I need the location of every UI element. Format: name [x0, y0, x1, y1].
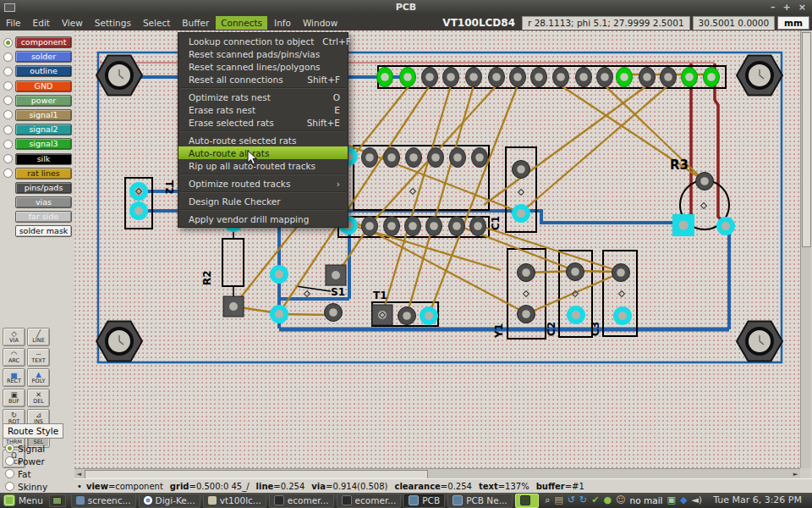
menu-item[interactable]: Reset all connections Shift+F: [178, 73, 348, 86]
rat-line[interactable]: [521, 86, 668, 213]
menu-item[interactable]: Erase selected rats Shift+E: [178, 116, 348, 129]
layer-toggle-button[interactable]: pins/pads: [15, 182, 72, 194]
layer-radio[interactable]: [3, 38, 13, 47]
minimize-button[interactable]: –: [771, 1, 776, 14]
layer-radio[interactable]: [3, 140, 13, 149]
menubar-item[interactable]: Edit: [28, 16, 55, 30]
menu-item[interactable]: Rip up all auto-routed tracks: [178, 159, 348, 172]
rat-line[interactable]: [605, 86, 704, 180]
layer-toggle-button[interactable]: signal3: [15, 138, 72, 150]
component-outline[interactable]: [222, 239, 244, 286]
scroll-right-arrow[interactable]: ►: [791, 471, 800, 478]
menubar-item[interactable]: View: [57, 16, 88, 30]
menu-item[interactable]: [178, 207, 348, 213]
menu-item[interactable]: [178, 86, 348, 91]
menu-item[interactable]: Reset scanned pads/pins/vias: [178, 47, 348, 60]
tool-button[interactable]: ✕ DEL: [27, 389, 50, 407]
menubar-item[interactable]: Window: [298, 16, 343, 30]
layer-radio[interactable]: [3, 52, 13, 62]
layer-toggle-button[interactable]: signal2: [15, 124, 72, 135]
layer-toggle-button[interactable]: solder: [15, 51, 72, 63]
layer-toggle-button[interactable]: rat lines: [15, 168, 72, 179]
taskbar-window-button[interactable]: PCB Ne...: [447, 494, 513, 508]
tool-button[interactable]: ╱ LINE: [27, 328, 50, 346]
menu-item[interactable]: Auto-route selected rats: [178, 134, 348, 146]
layer-radio[interactable]: [3, 67, 13, 76]
menu-item[interactable]: Design Rule Checker: [178, 195, 348, 207]
rat-line[interactable]: [484, 86, 647, 205]
layer-toggle-button[interactable]: component: [15, 36, 72, 48]
vertical-scrollbar-thumb[interactable]: [802, 32, 811, 247]
layer-radio[interactable]: [3, 96, 13, 105]
component-outline[interactable]: [508, 249, 546, 339]
taskbar-window-button[interactable]: PCB: [403, 494, 445, 508]
display-icon[interactable]: ▣: [667, 493, 676, 508]
layer-toggle-button[interactable]: silk: [15, 153, 72, 165]
tool-button[interactable]: ◇ VIA: [3, 328, 25, 346]
taskbar-window-button[interactable]: screenc...: [71, 494, 136, 508]
menu-item[interactable]: Reset scanned lines/polygons: [178, 60, 348, 73]
route-style-radio[interactable]: [5, 482, 14, 491]
tool-button[interactable]: ▲ POLY: [27, 368, 50, 387]
tool-button[interactable]: ┄ TEXT: [27, 348, 50, 367]
menubar-item[interactable]: Info: [269, 16, 296, 30]
status-orb-icon[interactable]: ●: [604, 493, 612, 508]
taskbar-window-button[interactable]: [515, 494, 539, 508]
sync-icon[interactable]: ↺: [568, 493, 575, 508]
route-style-radio[interactable]: [5, 444, 14, 453]
menu-item[interactable]: Optimize routed tracks ›: [178, 177, 348, 190]
mail-checker-icon[interactable]: ☺: [616, 493, 625, 508]
taskbar-window-button[interactable]: vt100lc...: [203, 494, 266, 508]
units-button[interactable]: mm: [777, 16, 809, 30]
route-style-option[interactable]: Fat: [5, 467, 74, 480]
magnifier-icon[interactable]: ⌕: [545, 493, 550, 508]
tool-button[interactable]: ▅ RECT: [3, 368, 25, 387]
close-button[interactable]: ×: [798, 1, 806, 14]
layer-toggle-button[interactable]: vias: [15, 196, 72, 208]
menu-item[interactable]: Apply vendor drill mapping: [178, 213, 348, 225]
layer-radio[interactable]: [3, 168, 13, 178]
menu-item[interactable]: Lookup connection to object Ctrl+F: [178, 35, 348, 47]
shield-check-icon[interactable]: ✔: [591, 493, 599, 508]
route-style-radio[interactable]: [5, 469, 14, 478]
layer-toggle-button[interactable]: power: [15, 95, 72, 107]
scroll-left-arrow[interactable]: ◄: [74, 471, 84, 478]
package-icon[interactable]: ▤: [554, 493, 562, 508]
menu-item[interactable]: [178, 129, 348, 134]
dropbox-icon[interactable]: ◆: [680, 493, 687, 508]
route-style-radio[interactable]: [5, 456, 14, 466]
vertical-scrollbar[interactable]: [800, 30, 811, 468]
show-desktop-button[interactable]: [49, 494, 66, 507]
volume-icon[interactable]: ◄): [691, 493, 702, 508]
menubar-item[interactable]: Select: [138, 16, 175, 30]
layer-radio[interactable]: [3, 125, 13, 135]
taskbar-window-button[interactable]: Digi-Ke...: [139, 494, 200, 508]
menubar-item[interactable]: File: [1, 16, 26, 30]
layer-toggle-button[interactable]: signal1: [15, 109, 72, 121]
layer-toggle-button[interactable]: far side: [15, 211, 72, 223]
tool-button[interactable]: ◠ ARC: [3, 348, 25, 367]
layer-toggle-button[interactable]: outline: [15, 65, 72, 77]
maximize-button[interactable]: +: [783, 1, 791, 14]
tool-button[interactable]: ▣ BUF: [3, 389, 25, 407]
rat-line[interactable]: [429, 86, 518, 315]
start-menu-button[interactable]: Menu: [0, 493, 49, 508]
route-style-button[interactable]: Route Style: [3, 423, 63, 439]
menubar-item[interactable]: Connects: [216, 16, 267, 30]
route-style-option[interactable]: Signal: [5, 442, 74, 455]
layer-radio[interactable]: [3, 154, 13, 163]
rat-line[interactable]: [478, 225, 621, 272]
menubar-item[interactable]: Settings: [90, 16, 136, 30]
taskbar-window-button[interactable]: ecomer...: [337, 494, 402, 508]
route-style-option[interactable]: Power: [5, 455, 74, 467]
menu-item[interactable]: [178, 190, 348, 195]
menu-item[interactable]: Auto-route all rats: [178, 146, 348, 159]
layer-radio[interactable]: [3, 110, 13, 119]
layer-toggle-button[interactable]: GND: [15, 80, 72, 92]
menu-item[interactable]: Erase rats nest E: [178, 103, 348, 116]
sync2-icon[interactable]: ↻: [579, 493, 587, 508]
route-style-option[interactable]: Skinny: [5, 480, 74, 493]
menu-item[interactable]: Optimize rats nest O: [178, 91, 348, 103]
layer-radio[interactable]: [3, 81, 13, 91]
menu-item[interactable]: [178, 172, 348, 177]
